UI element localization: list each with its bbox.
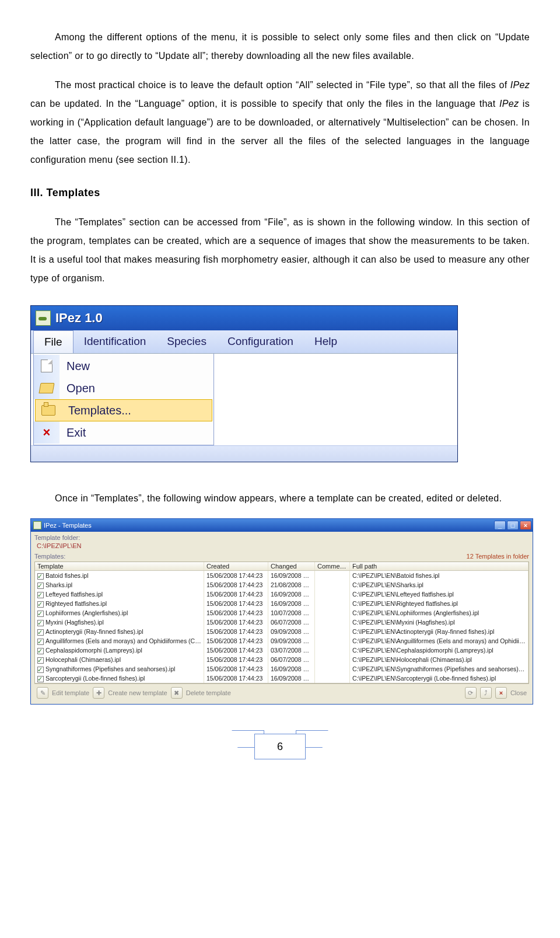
page-number: 6 <box>277 741 283 753</box>
section-heading: III. Templates <box>30 187 530 199</box>
menu-item-open[interactable]: Open <box>34 377 214 399</box>
checkbox-icon[interactable] <box>37 667 44 673</box>
template-folder-path: C:\IPEZ\IPL\EN <box>37 542 529 549</box>
menu-item-new[interactable]: New <box>34 355 214 377</box>
checkbox-icon[interactable] <box>37 639 44 645</box>
template-folder-label: Template folder: <box>34 534 529 541</box>
checkbox-icon[interactable] <box>37 601 44 608</box>
grid-header: Template Created Changed Comments Full p… <box>35 562 528 571</box>
close-button[interactable]: × <box>520 521 531 530</box>
checkbox-icon[interactable] <box>37 676 44 682</box>
app-name: IPez <box>499 99 519 109</box>
checkbox-icon[interactable] <box>37 583 44 589</box>
col-created[interactable]: Created <box>204 562 268 570</box>
edit-template-icon-button[interactable]: ✎ <box>37 687 48 699</box>
app-icon <box>33 521 41 529</box>
edit-template-label: Edit template <box>52 689 89 696</box>
footer-button[interactable]: ⤴ <box>480 687 492 699</box>
menu-species[interactable]: Species <box>156 330 217 353</box>
menu-help[interactable]: Help <box>304 330 348 353</box>
menubar: File Identification Species Configuratio… <box>31 330 457 354</box>
table-row[interactable]: Anguilliformes (Eels and morays) and Oph… <box>35 636 528 646</box>
screenshot-ipez-file-menu: IPez 1.0 File Identification Species Con… <box>30 305 458 462</box>
window-titlebar: IPez 1.0 <box>31 306 457 330</box>
col-changed[interactable]: Changed <box>268 562 315 570</box>
new-file-icon <box>41 360 52 372</box>
checkbox-icon[interactable] <box>37 657 44 664</box>
window-footer: ✎ Edit template ✚ Create new template ✖ … <box>34 684 529 702</box>
col-comments[interactable]: Comments <box>315 562 350 570</box>
window-title: IPez - Templates <box>44 522 92 529</box>
table-row[interactable]: Holocephali (Chimaeras).ipl15/06/2008 17… <box>35 655 528 664</box>
table-row[interactable]: Sarcopterygii (Lobe-finned fishes).ipl15… <box>35 674 528 683</box>
menu-item-exit[interactable]: × Exit <box>34 421 214 444</box>
menu-label: Exit <box>60 426 86 440</box>
minimize-button[interactable]: _ <box>494 521 506 530</box>
templates-label: Templates: <box>34 553 65 560</box>
menu-label: New <box>60 360 90 373</box>
menu-item-templates[interactable]: Templates... <box>35 399 212 421</box>
menu-label: Templates... <box>61 404 131 417</box>
close-label[interactable]: Close <box>510 689 527 696</box>
text: The most practical choice is to leave th… <box>55 80 510 90</box>
delete-template-icon-button[interactable]: ✖ <box>171 687 183 699</box>
table-row[interactable]: Righteyed flatfishes.ipl15/06/2008 17:44… <box>35 599 528 608</box>
checkbox-icon[interactable] <box>37 573 44 580</box>
menu-configuration[interactable]: Configuration <box>217 330 304 353</box>
table-row[interactable]: Sharks.ipl15/06/2008 17:44:2321/08/2008 … <box>35 580 528 590</box>
screenshot-templates-window: IPez - Templates _ □ × Template folder: … <box>30 518 533 705</box>
open-folder-icon <box>38 383 54 393</box>
table-row[interactable]: Batoid fishes.ipl15/06/2008 17:44:2316/0… <box>35 571 528 580</box>
table-row[interactable]: Lefteyed flatfishes.ipl15/06/2008 17:44:… <box>35 590 528 599</box>
file-dropdown: New Open Templates... × Exit <box>33 354 214 445</box>
checkbox-icon[interactable] <box>37 648 44 654</box>
table-row[interactable]: Syngnathiformes (Pipefishes and seahorse… <box>35 664 528 674</box>
table-row[interactable]: Actinopterygii (Ray-finned fishes).ipl15… <box>35 627 528 636</box>
text: can be updated. In the “Language” option… <box>30 99 499 109</box>
paragraph: The most practical choice is to leave th… <box>30 76 530 169</box>
checkbox-icon[interactable] <box>37 592 44 598</box>
create-template-icon-button[interactable]: ✚ <box>93 687 104 699</box>
checkbox-icon[interactable] <box>37 629 44 636</box>
delete-template-label: Delete template <box>186 689 231 696</box>
templates-icon <box>41 405 55 416</box>
menu-label: Open <box>60 382 95 395</box>
footer-close-icon[interactable]: × <box>495 687 507 699</box>
table-row[interactable]: Myxini (Hagfishes).ipl15/06/2008 17:44:2… <box>35 618 528 627</box>
page-number-ribbon: 6 <box>30 734 530 759</box>
templates-count: 12 Templates in folder <box>467 553 529 560</box>
app-icon <box>36 311 51 326</box>
templates-grid: Template Created Changed Comments Full p… <box>34 562 529 684</box>
maximize-button[interactable]: □ <box>507 521 519 530</box>
paragraph: The “Templates” section can be accessed … <box>30 213 530 288</box>
col-template[interactable]: Template <box>35 562 204 570</box>
table-row[interactable]: Cephalaspidomorphi (Lampreys).ipl15/06/2… <box>35 646 528 655</box>
table-row[interactable]: Lophiiformes (Anglerfishes).ipl15/06/200… <box>35 608 528 618</box>
footer-button[interactable]: ⟳ <box>465 687 477 699</box>
close-icon: × <box>43 425 51 440</box>
paragraph: Once in “Templates”, the following windo… <box>30 489 530 508</box>
window-title: IPez 1.0 <box>55 311 103 326</box>
checkbox-icon[interactable] <box>37 611 44 617</box>
menu-identification[interactable]: Identification <box>74 330 157 353</box>
create-template-label: Create new template <box>108 689 167 696</box>
paragraph: Among the different options of the menu,… <box>30 28 530 65</box>
window-titlebar: IPez - Templates _ □ × <box>31 519 533 532</box>
col-fullpath[interactable]: Full path <box>350 562 528 570</box>
checkbox-icon[interactable] <box>37 620 44 626</box>
app-name: IPez <box>510 80 530 90</box>
menu-file[interactable]: File <box>33 330 74 353</box>
toolbar-area <box>31 445 457 462</box>
